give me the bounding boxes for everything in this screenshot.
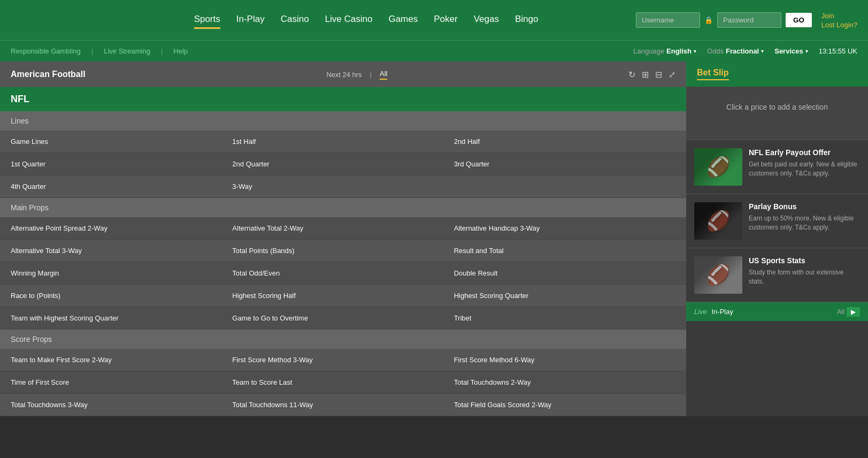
expand-icon[interactable]: ⤢ bbox=[669, 70, 675, 80]
item-game-overtime[interactable]: Game to Go to Overtime bbox=[232, 312, 454, 324]
item-3rd-quarter[interactable]: 3rd Quarter bbox=[454, 158, 675, 170]
grid-small-icon[interactable]: ⊞ bbox=[642, 70, 649, 80]
item-highest-scoring-quarter[interactable]: Highest Scoring Quarter bbox=[454, 290, 675, 301]
item-first-score-2way[interactable]: Team to Make First Score 2-Way bbox=[11, 354, 232, 365]
join-link[interactable]: Join bbox=[821, 12, 857, 20]
right-panel: Bet Slip Click a price to add a selectio… bbox=[686, 62, 868, 416]
go-button[interactable]: GO bbox=[786, 13, 812, 27]
filter-next-24[interactable]: Next 24 hrs bbox=[326, 71, 362, 79]
content-area: American Football Next 24 hrs | All ↻ ⊞ … bbox=[0, 62, 868, 416]
lost-login-link[interactable]: Lost Login? bbox=[821, 21, 857, 29]
inplay-title: In-Play bbox=[711, 308, 733, 316]
table-row: Team with Highest Scoring Quarter Game t… bbox=[0, 307, 686, 330]
item-alt-handicap-3way[interactable]: Alternative Handicap 3-Way bbox=[454, 223, 675, 234]
item-total-td-2way[interactable]: Total Touchdowns 2-Way bbox=[454, 377, 675, 388]
promo-nfl-early-payout[interactable]: 🏈 NFL Early Payout Offer Get bets paid o… bbox=[686, 140, 868, 194]
divider-2: | bbox=[161, 47, 163, 55]
refresh-icon[interactable]: ↻ bbox=[628, 70, 635, 80]
item-total-odd-even[interactable]: Total Odd/Even bbox=[232, 268, 454, 279]
help-link[interactable]: Help bbox=[173, 47, 188, 55]
nav-bingo[interactable]: Bingo bbox=[515, 11, 538, 29]
item-2nd-half[interactable]: 2nd Half bbox=[454, 136, 675, 147]
promo-us-sports-stats[interactable]: 🏈 US Sports Stats Study the form with ou… bbox=[686, 248, 868, 302]
live-badge: Live bbox=[694, 308, 707, 316]
item-total-td-11way[interactable]: Total Touchdowns 11-Way bbox=[232, 399, 454, 410]
live-all-link[interactable]: All bbox=[837, 308, 844, 316]
category-lines: Lines bbox=[0, 111, 686, 131]
live-inplay-left: Live In-Play bbox=[694, 308, 733, 316]
category-score-props: Score Props bbox=[0, 330, 686, 349]
item-total-td-3way[interactable]: Total Touchdowns 3-Way bbox=[11, 399, 232, 410]
item-4th-quarter[interactable]: 4th Quarter bbox=[11, 181, 232, 192]
item-3-way[interactable]: 3-Way bbox=[232, 181, 454, 192]
nav-inplay[interactable]: In-Play bbox=[236, 11, 265, 29]
time-display: 13:15:55 UK bbox=[819, 47, 857, 55]
nav-right: 🔒 GO Join Lost Login? bbox=[636, 12, 857, 29]
divider-1: | bbox=[91, 47, 93, 55]
category-main-props: Main Props bbox=[0, 198, 686, 217]
item-total-points-bands[interactable]: Total Points (Bands) bbox=[232, 245, 454, 256]
nav-live-casino[interactable]: Live Casino bbox=[325, 11, 373, 29]
item-first-score-method-3way[interactable]: First Score Method 3-Way bbox=[232, 354, 454, 365]
table-row: Time of First Score Team to Score Last T… bbox=[0, 371, 686, 394]
grid-large-icon[interactable]: ⊟ bbox=[655, 70, 662, 80]
lock-icon: 🔒 bbox=[704, 16, 713, 24]
filter-all[interactable]: All bbox=[380, 70, 387, 80]
item-race-to-points[interactable]: Race to (Points) bbox=[11, 290, 232, 301]
table-row: Alternative Point Spread 2-Way Alternati… bbox=[0, 217, 686, 240]
nav-casino[interactable]: Casino bbox=[281, 11, 309, 29]
sport-header: American Football Next 24 hrs | All ↻ ⊞ … bbox=[0, 62, 686, 87]
item-double-result[interactable]: Double Result bbox=[454, 268, 675, 279]
nav-vegas[interactable]: Vegas bbox=[474, 11, 499, 29]
item-result-and-total[interactable]: Result and Total bbox=[454, 245, 675, 256]
item-team-highest-scoring[interactable]: Team with Highest Scoring Quarter bbox=[11, 312, 232, 324]
services-dropdown[interactable]: Services ▾ bbox=[774, 47, 808, 55]
table-row: Total Touchdowns 3-Way Total Touchdowns … bbox=[0, 394, 686, 416]
nav-games[interactable]: Games bbox=[388, 11, 418, 29]
password-input[interactable] bbox=[717, 12, 781, 28]
item-tribet[interactable]: Tribet bbox=[454, 312, 675, 324]
services-label: Services bbox=[774, 47, 803, 55]
nav-poker[interactable]: Poker bbox=[434, 11, 457, 29]
table-row: 1st Quarter 2nd Quarter 3rd Quarter bbox=[0, 153, 686, 175]
promo-parlay-image: 🏈 bbox=[694, 202, 742, 240]
item-alt-total-3way[interactable]: Alternative Total 3-Way bbox=[11, 245, 232, 256]
language-label: Language bbox=[633, 47, 664, 55]
live-green-box[interactable]: ▶ bbox=[847, 307, 860, 317]
nav-sports[interactable]: Sports bbox=[194, 11, 220, 29]
odds-value: Fractional bbox=[726, 47, 759, 55]
item-highest-scoring-half[interactable]: Highest Scoring Half bbox=[232, 290, 454, 301]
username-input[interactable] bbox=[636, 12, 700, 28]
join-lost-area: Join Lost Login? bbox=[821, 12, 857, 29]
language-chevron-icon: ▾ bbox=[694, 48, 696, 54]
responsible-gambling-link[interactable]: Responsible Gambling bbox=[11, 47, 81, 55]
promo-stats-desc: Study the form with our extensive stats. bbox=[749, 268, 860, 286]
bet-slip-empty-message: Click a price to add a selection bbox=[697, 103, 857, 111]
bet-slip-header: Bet Slip bbox=[686, 62, 868, 87]
item-1st-quarter[interactable]: 1st Quarter bbox=[11, 158, 232, 170]
item-first-score-method-6way[interactable]: First Score Method 6-Way bbox=[454, 354, 675, 365]
item-1st-half[interactable]: 1st Half bbox=[232, 136, 454, 147]
item-alt-point-spread[interactable]: Alternative Point Spread 2-Way bbox=[11, 223, 232, 234]
language-value: English bbox=[666, 47, 692, 55]
item-alt-total-2way[interactable]: Alternative Total 2-Way bbox=[232, 223, 454, 234]
promo-stats-image: 🏈 bbox=[694, 256, 742, 294]
table-row: Alternative Total 3-Way Total Points (Ba… bbox=[0, 240, 686, 262]
language-dropdown[interactable]: Language English ▾ bbox=[633, 47, 696, 55]
promo-nfl-content: NFL Early Payout Offer Get bets paid out… bbox=[749, 148, 860, 178]
promo-parlay-content: Parlay Bonus Earn up to 50% more. New & … bbox=[749, 202, 860, 232]
table-row: Game Lines 1st Half 2nd Half bbox=[0, 131, 686, 153]
item-total-fg-scored-2way[interactable]: Total Field Goals Scored 2-Way bbox=[454, 399, 675, 410]
item-winning-margin[interactable]: Winning Margin bbox=[11, 268, 232, 279]
item-game-lines[interactable]: Game Lines bbox=[11, 136, 232, 147]
filter-separator: | bbox=[370, 71, 372, 79]
promo-nfl-title: NFL Early Payout Offer bbox=[749, 148, 860, 157]
odds-dropdown[interactable]: Odds Fractional ▾ bbox=[707, 47, 764, 55]
item-2nd-quarter[interactable]: 2nd Quarter bbox=[232, 158, 454, 170]
promo-parlay-bonus[interactable]: 🏈 Parlay Bonus Earn up to 50% more. New … bbox=[686, 194, 868, 248]
item-time-first-score[interactable]: Time of First Score bbox=[11, 377, 232, 388]
odds-label: Odds bbox=[707, 47, 724, 55]
item-team-score-last[interactable]: Team to Score Last bbox=[232, 377, 454, 388]
live-inplay-right: All ▶ bbox=[837, 308, 860, 316]
live-streaming-link[interactable]: Live Streaming bbox=[104, 47, 150, 55]
